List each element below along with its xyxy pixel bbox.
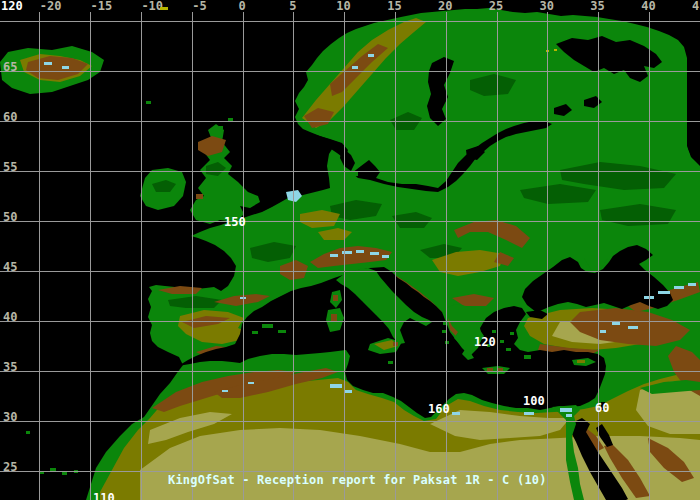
- yellow-tick-marker: [160, 7, 168, 10]
- axis-label-top--10: -10: [141, 0, 163, 12]
- gridline-lon-5: [293, 12, 294, 500]
- barents-margin: [687, 0, 700, 164]
- gridline-lat-55: [0, 171, 700, 172]
- gridline-lon-35: [598, 12, 599, 500]
- gridline-lat-60: [0, 121, 700, 122]
- contour-label-150-1: 150: [224, 216, 246, 228]
- axis-label-top-25: 25: [489, 0, 503, 12]
- shetland-faroe-islands: [146, 101, 233, 129]
- gridline-lat-50: [0, 221, 700, 222]
- axis-label-top-30: 30: [540, 0, 554, 12]
- gridline-lat-25: [0, 471, 700, 472]
- gridline-lon--20: [39, 12, 40, 500]
- axis-label-left-55: 55: [3, 161, 17, 173]
- europe-map-svg: [0, 0, 700, 500]
- axis-label-top-15: 15: [387, 0, 401, 12]
- gridline-lat-70: [0, 21, 700, 22]
- gridline-lat-65: [0, 71, 700, 72]
- axis-label-top-5: 5: [289, 0, 296, 12]
- gridline-lon-25: [497, 12, 498, 500]
- gridline-lon-0: [243, 12, 244, 500]
- contour-label-120-0: 120: [1, 0, 23, 12]
- axis-label-top-35: 35: [590, 0, 604, 12]
- canary-madeira-islands: [26, 431, 78, 475]
- gridline-lon-10: [344, 12, 345, 500]
- gridline-lon-40: [649, 12, 650, 500]
- gridline-lon--5: [192, 12, 193, 500]
- axis-label-top-0: 0: [238, 0, 245, 12]
- axis-label-left-40: 40: [3, 311, 17, 323]
- axis-label-top--15: -15: [91, 0, 113, 12]
- gridline-lon-15: [395, 12, 396, 500]
- axis-label-top--20: -20: [40, 0, 62, 12]
- axis-label-left-50: 50: [3, 211, 17, 223]
- contour-label-110-6: 110: [93, 492, 115, 500]
- gridline-lon--10: [141, 12, 142, 500]
- axis-label-left-30: 30: [3, 411, 17, 423]
- gridline-lon--15: [90, 12, 91, 500]
- axis-label-top-10: 10: [336, 0, 350, 12]
- map-title: KingOfSat - Reception report for Paksat …: [168, 474, 547, 487]
- gridline-lat-40: [0, 321, 700, 322]
- contour-label-100-4: 100: [523, 395, 545, 407]
- contour-label-60-5: 60: [595, 402, 609, 414]
- axis-label-top--5: -5: [192, 0, 206, 12]
- axis-label-top-20: 20: [438, 0, 452, 12]
- gridline-lat-30: [0, 421, 700, 422]
- axis-label-left-65: 65: [3, 61, 17, 73]
- axis-label-top-45: 45: [692, 0, 700, 12]
- axis-label-left-60: 60: [3, 111, 17, 123]
- gridline-lat-45: [0, 271, 700, 272]
- satellite-reception-map: -20-15-10-505101520253035404565605550454…: [0, 0, 700, 500]
- contour-label-160-3: 160: [428, 403, 450, 415]
- axis-label-left-35: 35: [3, 361, 17, 373]
- axis-label-left-45: 45: [3, 261, 17, 273]
- great-britain: [190, 124, 260, 224]
- axis-label-left-25: 25: [3, 461, 17, 473]
- contour-label-120-2: 120: [474, 336, 496, 348]
- axis-label-top-40: 40: [641, 0, 655, 12]
- gridline-lat-35: [0, 371, 700, 372]
- gridline-lon-20: [446, 12, 447, 500]
- gridline-lon-30: [547, 12, 548, 500]
